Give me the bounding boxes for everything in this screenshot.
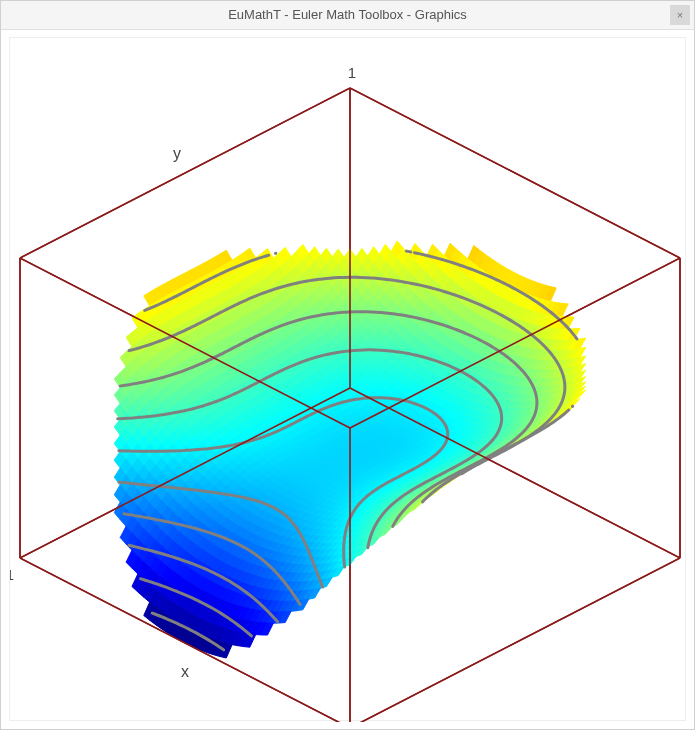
x-axis-label: x (181, 663, 189, 680)
y-tick-max: 1 (348, 64, 356, 81)
window-title: EuMathT - Euler Math Toolbox - Graphics (228, 7, 467, 22)
x-tick-min: -1 (10, 566, 14, 583)
svg-line-2523 (20, 88, 350, 258)
surface-plot: -11y-11x-12z (10, 38, 685, 722)
svg-line-2522 (350, 88, 680, 258)
titlebar[interactable]: EuMathT - Euler Math Toolbox - Graphics … (1, 1, 694, 30)
svg-line-2517 (350, 558, 680, 722)
close-icon: × (677, 9, 683, 21)
svg-line-4 (350, 558, 680, 722)
close-button[interactable]: × (670, 5, 690, 25)
y-axis-label: y (173, 145, 181, 162)
graphics-canvas[interactable]: -11y-11x-12z (9, 37, 686, 721)
app-window: EuMathT - Euler Math Toolbox - Graphics … (0, 0, 695, 730)
